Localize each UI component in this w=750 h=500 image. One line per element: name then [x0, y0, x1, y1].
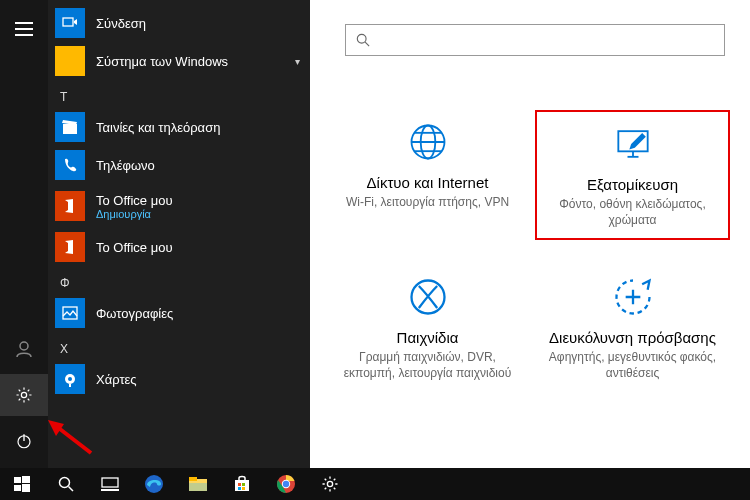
office-icon: [55, 232, 85, 262]
phone-icon: [55, 150, 85, 180]
svg-rect-19: [63, 124, 77, 134]
app-label: Το Office μου: [96, 240, 173, 255]
office-icon: [55, 191, 85, 221]
chevron-down-icon: ▾: [295, 56, 300, 67]
folder-icon: [55, 46, 85, 76]
app-office-new[interactable]: Το Office μου Δημιουργία: [48, 184, 310, 228]
app-label: Ταινίες και τηλεόραση: [96, 120, 220, 135]
ease-icon: [611, 275, 655, 319]
svg-rect-24: [22, 476, 30, 483]
search-icon: [58, 476, 74, 492]
svg-rect-33: [189, 477, 197, 481]
svg-point-22: [68, 377, 72, 381]
svg-point-14: [20, 342, 28, 350]
personalization-icon: [611, 122, 655, 166]
svg-rect-36: [238, 483, 241, 486]
settings-search-input[interactable]: [345, 24, 725, 56]
svg-point-0: [357, 34, 366, 43]
photos-icon: [55, 298, 85, 328]
app-connect[interactable]: Σύνδεση: [48, 4, 310, 42]
tile-desc: Wi-Fi, λειτουργία πτήσης, VPN: [346, 195, 509, 211]
letter-header-F[interactable]: Φ: [48, 266, 310, 294]
svg-rect-29: [102, 478, 118, 487]
taskbar-settings[interactable]: [308, 468, 352, 500]
start-app-list[interactable]: Σύνδεση Σύστημα των Windows ▾ Τ Ταινίες …: [48, 0, 310, 468]
taskbar-explorer[interactable]: [176, 468, 220, 500]
taskbar-store[interactable]: [220, 468, 264, 500]
store-icon: [233, 475, 251, 493]
app-maps[interactable]: Χάρτες: [48, 360, 310, 398]
start-menu: Ρυθμίσεις Σύνδεση Σύστημα των Windows ▾ …: [0, 0, 310, 468]
app-phone[interactable]: Τηλέφωνο: [48, 146, 310, 184]
app-label: Σύστημα των Windows: [96, 54, 228, 69]
app-label: Τηλέφωνο: [96, 158, 155, 173]
taskbar-edge[interactable]: [132, 468, 176, 500]
xbox-icon: [406, 275, 450, 319]
svg-rect-26: [22, 484, 30, 492]
rail-power-button[interactable]: [0, 420, 48, 462]
taskbar: [0, 468, 750, 500]
gear-icon: [321, 475, 339, 493]
tile-desc: Αφηγητής, μεγεθυντικός φακός, αντιθέσεις: [539, 350, 726, 381]
app-label: Χάρτες: [96, 372, 137, 387]
connect-icon: [55, 8, 85, 38]
tile-network[interactable]: Δίκτυο και Internet Wi-Fi, λειτουργία πτ…: [330, 110, 525, 240]
settings-tiles: Δίκτυο και Internet Wi-Fi, λειτουργία πτ…: [330, 110, 730, 391]
start-rail: Ρυθμίσεις: [0, 0, 48, 468]
start-button[interactable]: [0, 468, 44, 500]
app-movies-tv[interactable]: Ταινίες και τηλεόραση: [48, 108, 310, 146]
power-icon: [15, 432, 33, 450]
globe-icon: [406, 120, 450, 164]
svg-rect-25: [14, 485, 21, 491]
task-view-button[interactable]: [88, 468, 132, 500]
hamburger-button[interactable]: [0, 8, 48, 50]
app-label: Φωτογραφίες: [96, 306, 173, 321]
tile-desc: Γραμμή παιχνιδιών, DVR, εκπομπή, λειτουρ…: [334, 350, 521, 381]
tile-title: Διευκόλυνση πρόσβασης: [549, 329, 716, 346]
svg-rect-39: [242, 487, 245, 490]
tile-desc: Φόντο, οθόνη κλειδώματος, χρώματα: [541, 197, 724, 228]
svg-line-1: [365, 42, 369, 46]
app-office[interactable]: Το Office μου: [48, 228, 310, 266]
rail-settings-button[interactable]: Ρυθμίσεις: [0, 374, 48, 416]
app-label: Σύνδεση: [96, 16, 146, 31]
tile-gaming[interactable]: Παιχνίδια Γραμμή παιχνιδιών, DVR, εκπομπ…: [330, 265, 525, 391]
app-photos[interactable]: Φωτογραφίες: [48, 294, 310, 332]
app-windows-system[interactable]: Σύστημα των Windows ▾: [48, 42, 310, 80]
letter-header-T[interactable]: Τ: [48, 80, 310, 108]
rail-user-button[interactable]: [0, 328, 48, 370]
svg-point-27: [60, 478, 70, 488]
app-label: Το Office μου: [96, 193, 173, 208]
svg-point-43: [327, 481, 332, 486]
tile-title: Δίκτυο και Internet: [367, 174, 489, 191]
hamburger-icon: [15, 22, 33, 36]
movies-icon: [55, 112, 85, 142]
svg-line-28: [69, 487, 74, 492]
folder-icon: [188, 475, 208, 493]
svg-rect-34: [189, 483, 207, 491]
user-icon: [15, 340, 33, 358]
search-icon: [356, 33, 370, 47]
svg-rect-38: [238, 487, 241, 490]
svg-rect-18: [63, 18, 73, 26]
svg-rect-30: [101, 489, 119, 491]
tile-title: Παιχνίδια: [397, 329, 459, 346]
svg-rect-37: [242, 483, 245, 486]
svg-point-15: [21, 392, 26, 397]
letter-header-X[interactable]: Χ: [48, 332, 310, 360]
tile-title: Εξατομίκευση: [587, 176, 678, 193]
tile-ease-of-access[interactable]: Διευκόλυνση πρόσβασης Αφηγητής, μεγεθυντ…: [535, 265, 730, 391]
taskbar-chrome[interactable]: [264, 468, 308, 500]
edge-icon: [144, 474, 164, 494]
gear-icon: [15, 386, 33, 404]
svg-point-42: [283, 481, 289, 487]
svg-rect-23: [14, 477, 21, 483]
taskview-icon: [101, 477, 119, 491]
maps-icon: [55, 364, 85, 394]
windows-icon: [14, 476, 30, 492]
taskbar-search-button[interactable]: [44, 468, 88, 500]
tile-personalization[interactable]: Εξατομίκευση Φόντο, οθόνη κλειδώματος, χ…: [535, 110, 730, 240]
app-sublabel: Δημιουργία: [96, 208, 173, 220]
chrome-icon: [276, 474, 296, 494]
